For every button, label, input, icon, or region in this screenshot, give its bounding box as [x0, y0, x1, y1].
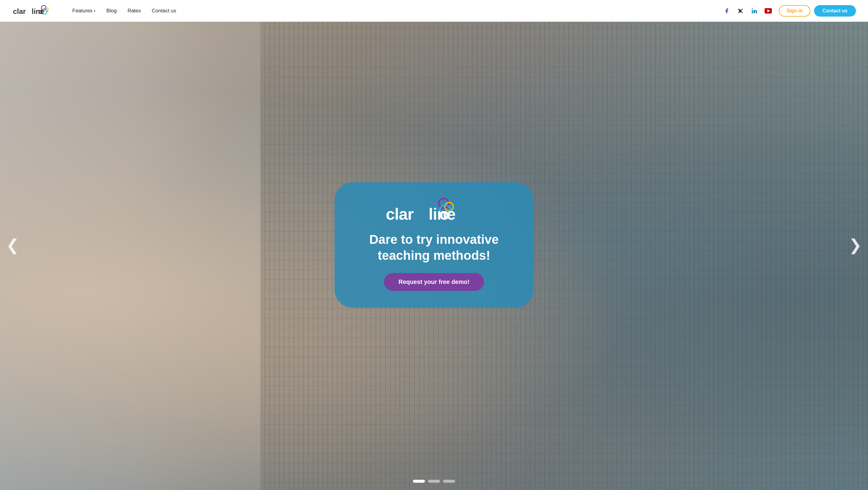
linkedin-icon[interactable] — [750, 6, 759, 16]
nav-blog[interactable]: Blog — [106, 8, 117, 14]
nav-features[interactable]: Features ▾ — [72, 8, 96, 14]
contact-button[interactable]: Contact us — [814, 5, 856, 17]
navbar-buttons: Sign in Contact us — [779, 5, 856, 17]
claroline-logo: clar line o — [12, 4, 60, 18]
carousel-next-button[interactable]: ❯ — [843, 237, 868, 253]
hero-card-logo: clar line o — [383, 197, 485, 227]
carousel-dot-1[interactable] — [413, 480, 425, 483]
youtube-icon[interactable] — [764, 6, 773, 16]
svg-text:clar: clar — [386, 205, 414, 223]
svg-text:o: o — [38, 7, 43, 16]
carousel-dot-2[interactable] — [428, 480, 440, 483]
nav-contact[interactable]: Contact us — [152, 8, 176, 14]
chevron-down-icon: ▾ — [94, 9, 96, 13]
signin-button[interactable]: Sign in — [779, 5, 810, 17]
demo-button[interactable]: Request your free demo! — [384, 273, 484, 291]
hero-logo-svg: clar line o — [383, 197, 485, 227]
svg-text:o: o — [439, 205, 449, 223]
carousel-dot-3[interactable] — [443, 480, 455, 483]
carousel-dots — [413, 480, 455, 483]
hero-card: clar line o Dare to try innovative teach… — [335, 182, 533, 308]
facebook-icon[interactable] — [722, 6, 731, 16]
logo-link[interactable]: clar line o — [12, 4, 60, 18]
nav-rates[interactable]: Rates — [127, 8, 141, 14]
twitter-icon[interactable]: 𝕏 — [736, 6, 745, 16]
svg-rect-7 — [752, 10, 753, 13]
hero-tagline: Dare to try innovative teaching methods! — [369, 232, 498, 263]
svg-text:𝕏: 𝕏 — [738, 9, 741, 13]
svg-point-8 — [752, 8, 753, 9]
nav-links: Features ▾ Blog Rates Contact us — [72, 8, 722, 14]
svg-text:clar: clar — [13, 7, 26, 16]
carousel-prev-button[interactable]: ❮ — [0, 237, 25, 253]
hero-section: ❮ clar line o Dare to try innovative tea… — [0, 0, 868, 490]
navbar: clar line o Features ▾ Blog Rates Contac… — [0, 0, 868, 22]
social-icons: 𝕏 — [722, 6, 773, 16]
